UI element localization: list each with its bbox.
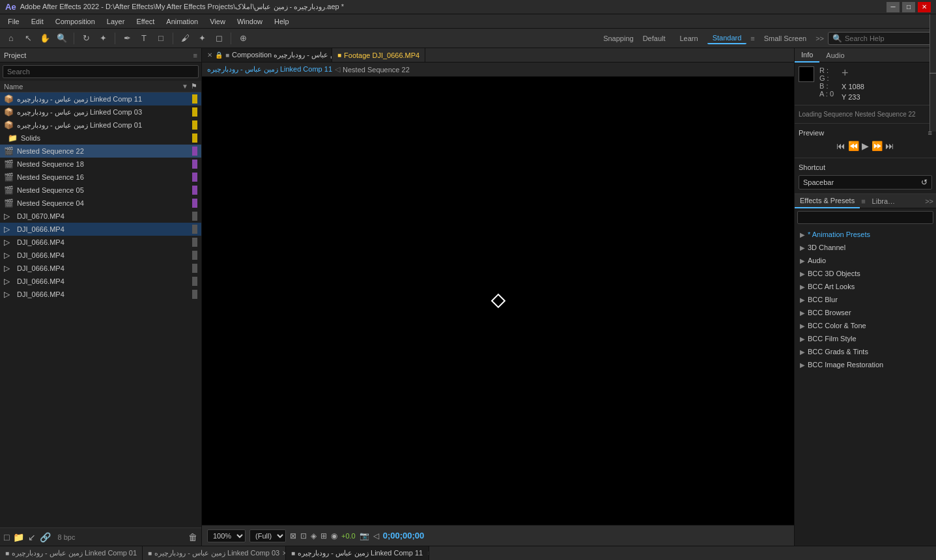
- project-search-input[interactable]: [3, 65, 199, 78]
- shortcut-refresh-icon[interactable]: ↺: [921, 178, 928, 187]
- menu-animation[interactable]: Animation: [161, 16, 203, 27]
- take-snapshot[interactable]: ◁: [373, 531, 379, 540]
- preview-prev-frame[interactable]: ⏪: [848, 141, 859, 151]
- project-item-comp11[interactable]: 📦 زمین عباس - رودبارچیره Linked Comp 11: [0, 92, 201, 105]
- preview-last-frame[interactable]: ⏭: [885, 141, 894, 151]
- effect-item-bccgrads[interactable]: ▶ BCC Grads & Tints: [795, 345, 936, 358]
- import-icon[interactable]: ↙: [28, 532, 36, 542]
- preview-play[interactable]: ▶: [862, 141, 869, 151]
- effect-item-3dchannel[interactable]: ▶ 3D Channel: [795, 241, 936, 254]
- effect-item-bccblur[interactable]: ▶ BCC Blur: [795, 293, 936, 306]
- quality-dropdown[interactable]: (Full): [249, 529, 286, 542]
- shortcut-dropdown[interactable]: Spacebar ↺: [799, 175, 932, 189]
- tab-library[interactable]: Libra…: [867, 194, 900, 208]
- effects-search-input[interactable]: [797, 211, 933, 224]
- preview-next-frame[interactable]: ⏩: [872, 141, 883, 151]
- stamp-tool[interactable]: ✦: [195, 31, 209, 46]
- workspace-small[interactable]: Small Screen: [759, 33, 812, 44]
- eraser-tool[interactable]: ◻: [212, 31, 226, 46]
- menu-layer[interactable]: Layer: [102, 16, 130, 27]
- zoom-dropdown[interactable]: 100%: [207, 529, 246, 542]
- project-item-ns22[interactable]: 🎬 Nested Sequence 22: [0, 145, 201, 158]
- menu-edit[interactable]: Edit: [26, 16, 49, 27]
- comp-tab-footage[interactable]: ■ Footage DJI_0666.MP4: [332, 48, 425, 63]
- effects-search-area[interactable]: [795, 208, 936, 227]
- timeline-tab-comp03[interactable]: ■ زمین عباس - رودبارچیره Linked Comp 03 …: [143, 546, 286, 561]
- effect-item-bcc3dobjects[interactable]: ▶ BCC 3D Objects: [795, 267, 936, 280]
- project-menu-icon[interactable]: ≡: [193, 51, 197, 59]
- delete-icon[interactable]: 🗑: [188, 532, 197, 542]
- workspace-default[interactable]: Default: [638, 33, 671, 44]
- project-item-dji0666-6[interactable]: ▷ DJI_0666.MP4: [0, 288, 201, 301]
- new-folder-icon[interactable]: 📁: [13, 532, 24, 542]
- select-tool[interactable]: ↖: [21, 31, 35, 46]
- workspace-standard[interactable]: Standard: [707, 33, 747, 44]
- tl-tab-menu-11[interactable]: ≡: [428, 550, 429, 557]
- search-input[interactable]: [845, 35, 928, 42]
- effect-item-animation-presets[interactable]: ▶ * Animation Presets: [795, 228, 936, 241]
- deps-icon[interactable]: 🔗: [40, 532, 51, 542]
- toggle-transparancy[interactable]: ⊠: [290, 531, 296, 540]
- menu-effect[interactable]: Effect: [131, 16, 160, 27]
- camera-icon[interactable]: 📷: [360, 531, 369, 540]
- new-comp-icon[interactable]: □: [4, 532, 9, 542]
- orbit-tool[interactable]: ↻: [79, 31, 93, 46]
- home-button[interactable]: ⌂: [4, 31, 18, 46]
- menu-window[interactable]: Window: [232, 16, 268, 27]
- close-button[interactable]: ✕: [918, 2, 931, 12]
- toggle-3d[interactable]: ◈: [311, 531, 317, 540]
- tab-audio[interactable]: Audio: [819, 48, 851, 63]
- puppet-tool[interactable]: ⊕: [236, 31, 250, 46]
- effect-item-bcccolortone[interactable]: ▶ BCC Color & Tone: [795, 319, 936, 332]
- minimize-button[interactable]: ─: [886, 2, 900, 12]
- project-item-solids[interactable]: 📁 Solids: [0, 132, 201, 145]
- effect-item-bccbrowser[interactable]: ▶ BCC Browser: [795, 306, 936, 319]
- effect-item-bccfilmstyle[interactable]: ▶ BCC Film Style: [795, 332, 936, 345]
- workspace-learn[interactable]: Learn: [675, 33, 703, 44]
- comp-roi[interactable]: ⊡: [300, 531, 307, 540]
- project-item-comp01[interactable]: 📦 زمین عباس - رودبارچیره Linked Comp 01: [0, 119, 201, 132]
- project-search-area[interactable]: [0, 63, 201, 81]
- create-tool[interactable]: ✦: [96, 31, 110, 46]
- project-item-comp03[interactable]: 📦 زمین عباس - رودبارچیره Linked Comp 03: [0, 105, 201, 119]
- comp-tab-linked11[interactable]: ✕ 🔒 ■ Composition زمین عباس - رودبارچیره…: [202, 48, 332, 63]
- effect-item-bccartlooks[interactable]: ▶ BCC Art Looks: [795, 280, 936, 293]
- menu-composition[interactable]: Composition: [50, 16, 100, 27]
- info-color-area: R : G : B : A : 0 + X 1088: [799, 66, 932, 101]
- project-item-dji0666-5[interactable]: ▷ DJI_0666.MP4: [0, 275, 201, 288]
- type-tool[interactable]: T: [137, 31, 151, 46]
- tab-info[interactable]: Info: [795, 48, 819, 63]
- paint-tool[interactable]: 🖌: [178, 31, 192, 46]
- project-item-dji0666-1[interactable]: ▷ DJI_0666.MP4: [0, 223, 201, 236]
- pen-tool[interactable]: ✒: [120, 31, 134, 46]
- effect-item-audio[interactable]: ▶ Audio: [795, 254, 936, 267]
- project-item-ns18[interactable]: 🎬 Nested Sequence 18: [0, 158, 201, 171]
- maximize-button[interactable]: □: [902, 2, 915, 12]
- project-item-ns16[interactable]: 🎬 Nested Sequence 16: [0, 171, 201, 184]
- effect-item-bccimage[interactable]: ▶ BCC Image Restoration: [795, 358, 936, 371]
- project-item-ns05[interactable]: 🎬 Nested Sequence 05: [0, 184, 201, 197]
- fast-preview[interactable]: ◉: [331, 531, 337, 540]
- comp-settings[interactable]: ⊞: [320, 531, 327, 540]
- comp-tab-close-1[interactable]: ✕: [207, 51, 212, 59]
- timeline-tab-comp01[interactable]: ■ زمین عباس - رودبارچیره Linked Comp 01: [0, 546, 143, 561]
- project-item-dji0666-4[interactable]: ▷ DJI_0666.MP4: [0, 262, 201, 275]
- search-bar[interactable]: 🔍: [828, 32, 932, 45]
- preview-first-frame[interactable]: ⏮: [836, 141, 845, 151]
- breadcrumb-comp[interactable]: زمین عباس - رودبارچیره Linked Comp 11: [207, 65, 332, 74]
- project-item-dji0666-2[interactable]: ▷ DJI_0666.MP4: [0, 236, 201, 249]
- zoom-tool[interactable]: 🔍: [55, 31, 69, 46]
- comp-time-display[interactable]: 0;00;00;00: [383, 531, 425, 540]
- project-item-dji0670[interactable]: ▷ DJI_0670.MP4: [0, 210, 201, 223]
- project-item-dji0666-3[interactable]: ▷ DJI_0666.MP4: [0, 249, 201, 262]
- effects-more-icon[interactable]: >>: [925, 197, 933, 205]
- tab-effects-presets[interactable]: Effects & Presets: [795, 194, 860, 208]
- timeline-tab-comp11[interactable]: ■ زمین عباس - رودبارچیره Linked Comp 11 …: [286, 546, 429, 561]
- title-controls[interactable]: ─ □ ✕: [886, 2, 931, 12]
- menu-file[interactable]: File: [3, 16, 25, 27]
- shape-tool[interactable]: □: [154, 31, 168, 46]
- hand-tool[interactable]: ✋: [38, 31, 52, 46]
- menu-help[interactable]: Help: [269, 16, 294, 27]
- menu-view[interactable]: View: [205, 16, 231, 27]
- project-item-ns04[interactable]: 🎬 Nested Sequence 04: [0, 197, 201, 210]
